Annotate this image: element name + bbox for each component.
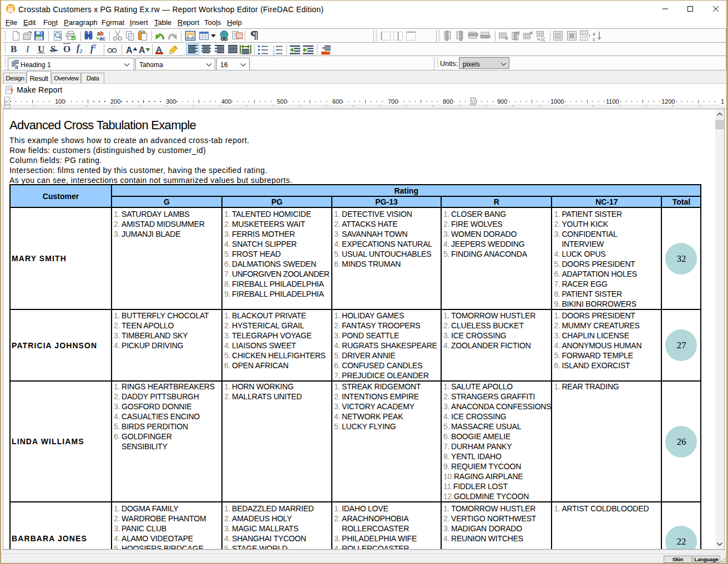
svg-text:1: 1	[273, 45, 275, 49]
svg-text:z: z	[593, 37, 595, 42]
svg-text:a: a	[593, 31, 595, 37]
svg-text:ac: ac	[99, 35, 106, 42]
svg-text:2: 2	[273, 49, 275, 53]
svg-text:3: 3	[273, 53, 275, 55]
svg-text:a: a	[15, 63, 18, 70]
